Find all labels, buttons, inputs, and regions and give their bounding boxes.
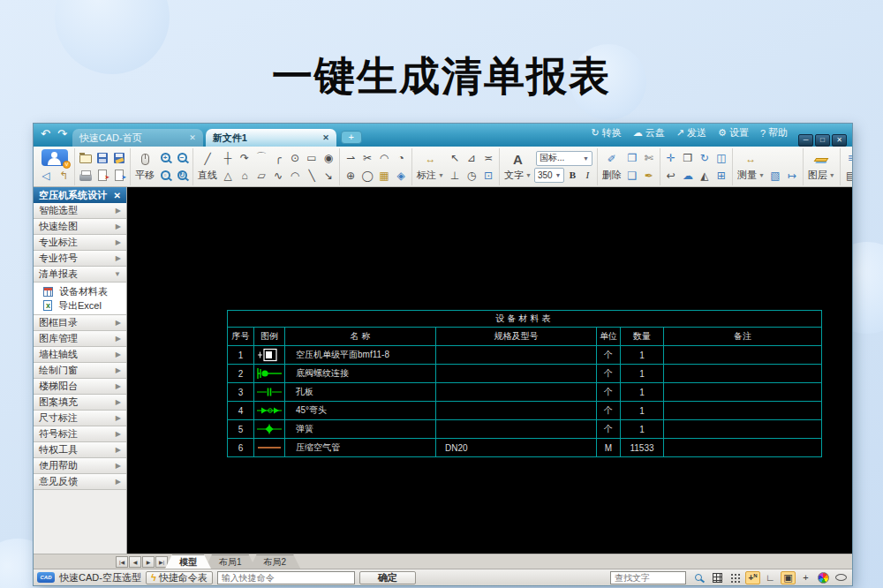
copy-icon[interactable]: ❐ <box>624 150 640 166</box>
line-icon[interactable]: ╱ <box>200 151 215 167</box>
line-label[interactable]: 直线 <box>196 169 219 182</box>
triangle-icon[interactable]: △ <box>220 168 236 184</box>
continue-dimension-icon[interactable]: ≍ <box>480 150 496 166</box>
trim-icon[interactable]: ✂ <box>359 150 375 166</box>
leader-icon[interactable]: ↖ <box>447 150 463 166</box>
tab-close-icon[interactable]: ✕ <box>180 133 196 142</box>
ellipse-icon[interactable]: ◉ <box>321 150 336 166</box>
dimension-label[interactable]: 标注▼ <box>415 169 446 182</box>
new-tab-button[interactable]: + <box>341 131 362 144</box>
mirror-icon[interactable]: ◭ <box>697 168 713 184</box>
sidebar-item[interactable]: 楼梯阳台▶ <box>34 379 126 395</box>
document-tab[interactable]: 快速CAD-首页✕ <box>72 129 203 147</box>
radius-dimension-icon[interactable]: ◷ <box>464 168 479 184</box>
offset-icon[interactable]: ↩ <box>663 168 679 184</box>
ok-button[interactable]: 确定 <box>359 571 416 584</box>
zoom-out-icon[interactable]: − <box>174 150 190 166</box>
user-avatar[interactable]: V <box>42 149 68 166</box>
save-as-icon[interactable] <box>111 150 127 166</box>
sidebar-item[interactable]: 专业符号▶ <box>34 251 126 267</box>
array-icon[interactable]: ◫ <box>713 150 729 166</box>
dot-grid-icon[interactable] <box>728 571 743 584</box>
ring-icon[interactable]: ◯ <box>359 168 375 184</box>
divide-icon[interactable]: ⊕ <box>343 168 358 184</box>
polygon-icon[interactable]: ⌂ <box>237 168 253 184</box>
cloud-disk-button[interactable]: ☁云盘 <box>633 126 665 139</box>
help-button[interactable]: ?帮助 <box>760 126 788 139</box>
sidebar-item[interactable]: 专业标注▶ <box>34 235 126 251</box>
pan-label[interactable]: 平移 <box>133 169 156 182</box>
tab-close-icon[interactable]: ✕ <box>313 133 329 142</box>
print-icon[interactable] <box>78 168 94 184</box>
zoom-window-icon[interactable]: ▫ <box>157 168 173 184</box>
arc-icon[interactable]: ⌒ <box>253 150 269 166</box>
settings-button[interactable]: ⚙设置 <box>718 126 749 139</box>
command-input[interactable] <box>217 571 355 584</box>
parallelogram-icon[interactable]: ▱ <box>253 168 269 184</box>
erase-label[interactable]: 删除 <box>600 169 623 182</box>
sidebar-close-icon[interactable]: ✕ <box>114 191 121 200</box>
fillet-icon[interactable]: ◠ <box>376 150 392 166</box>
sidebar-item[interactable]: 意见反馈▶ <box>34 474 126 490</box>
close-button[interactable]: ✕ <box>832 134 847 147</box>
pan-icon[interactable] <box>137 151 153 167</box>
next-tab-button[interactable]: ▶ <box>142 556 155 568</box>
insert-measure-icon[interactable]: ↦ <box>784 168 800 184</box>
italic-button[interactable]: I <box>581 168 594 183</box>
angle-dimension-icon[interactable]: ⊿ <box>464 150 479 166</box>
lineweight-style-icon[interactable]: ▤ <box>843 168 852 184</box>
paste-icon[interactable]: ❑ <box>624 168 640 184</box>
sidebar-subitem[interactable]: 设备材料表 <box>34 284 126 298</box>
image-measure-icon[interactable]: ▧ <box>767 168 783 184</box>
maximize-button[interactable]: □ <box>815 134 830 147</box>
grid-icon[interactable] <box>710 571 725 584</box>
extend-icon[interactable]: ⇀ <box>343 150 358 166</box>
datum-icon[interactable]: ⊥ <box>447 168 463 184</box>
construction-line-icon[interactable]: ↘ <box>321 168 336 184</box>
sidebar-item[interactable]: 尺寸标注▶ <box>34 411 126 426</box>
blank-icon[interactable] <box>784 150 800 166</box>
ortho-icon[interactable]: ∟ <box>763 571 778 584</box>
zoom-extents-icon[interactable]: ↻ <box>174 168 190 184</box>
save-icon[interactable] <box>94 150 110 166</box>
dynamic-input-icon[interactable]: ▣ <box>781 571 796 584</box>
rectangle-icon[interactable]: ▭ <box>304 150 320 166</box>
open-icon[interactable] <box>78 150 94 166</box>
quick-dimension-icon[interactable]: ⊡ <box>480 168 496 184</box>
lineweight-icon[interactable] <box>834 571 849 584</box>
minimize-button[interactable]: ─ <box>798 134 813 147</box>
find-text-input[interactable] <box>610 571 686 584</box>
layout-tab[interactable]: 布局1 <box>205 554 256 569</box>
snap-icon[interactable]: +N <box>745 571 760 584</box>
cut-icon[interactable]: ✄ <box>641 150 657 166</box>
layout-tab[interactable]: 模型 <box>165 554 211 569</box>
color-wheel-icon[interactable] <box>816 571 831 584</box>
sidebar-item[interactable]: 特权工具▶ <box>34 442 126 458</box>
gradient-fill-icon[interactable]: ◈ <box>393 168 409 184</box>
curve-icon[interactable]: ╭ <box>270 150 286 166</box>
export-image-icon[interactable] <box>111 168 127 184</box>
sidebar-item[interactable]: 智能选型▶ <box>34 203 126 219</box>
move-icon[interactable]: ✛ <box>663 150 679 166</box>
send-button[interactable]: ↗发送 <box>676 126 706 139</box>
layout-tab[interactable]: 布局2 <box>250 554 301 569</box>
measure-label[interactable]: 测量▼ <box>736 169 766 182</box>
search-icon[interactable] <box>691 571 706 584</box>
sidebar-item[interactable]: 清单报表▼ <box>34 267 126 283</box>
polyline-icon[interactable]: ↷ <box>237 150 253 166</box>
first-tab-button[interactable]: |◀ <box>116 556 128 568</box>
ray-icon[interactable]: ╲ <box>304 168 320 184</box>
trapezoid-icon[interactable]: ◠ <box>287 168 303 184</box>
sidebar-item[interactable]: 使用帮助▶ <box>34 458 126 474</box>
text-icon[interactable]: A <box>509 151 525 167</box>
document-tab[interactable]: 新文件1✕ <box>206 129 336 147</box>
hatch-icon[interactable]: ▦ <box>376 168 392 184</box>
last-tab-button[interactable]: ▶| <box>155 556 168 568</box>
export-pdf-icon[interactable] <box>94 168 110 184</box>
erase-icon[interactable]: ✐ <box>604 151 620 167</box>
sidebar-item[interactable]: 符号标注▶ <box>34 426 126 442</box>
linetype-icon[interactable]: ≡ <box>843 150 852 166</box>
chamfer-icon[interactable]: ◔ <box>393 150 409 166</box>
scale-icon[interactable]: ❒ <box>680 150 696 166</box>
layer-label[interactable]: 图层▼ <box>806 169 837 182</box>
